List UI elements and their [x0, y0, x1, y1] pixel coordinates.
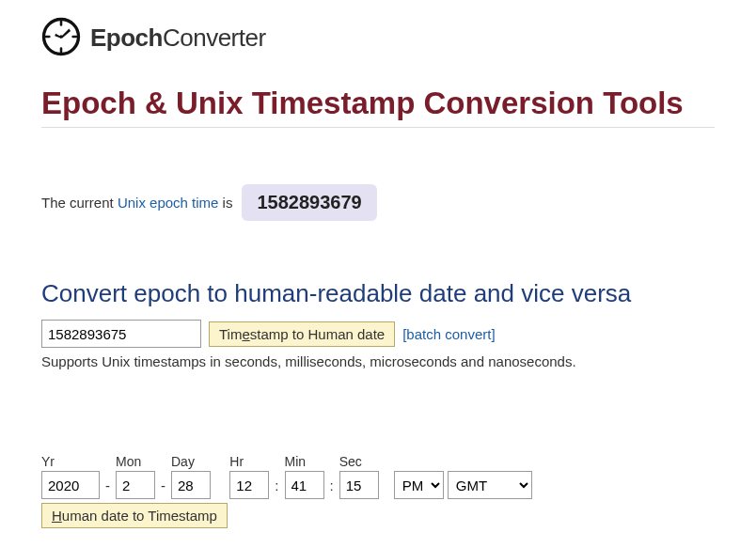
current-epoch-value: 1582893679	[242, 184, 376, 221]
unix-epoch-time-link[interactable]: Unix epoch time	[118, 195, 219, 211]
timestamp-input[interactable]	[41, 320, 201, 348]
label-minute: Min	[285, 454, 307, 469]
ampm-select[interactable]: PM	[394, 471, 444, 499]
sep-colon: :	[273, 478, 280, 493]
logo-bold: Epoch	[90, 23, 163, 52]
hour-input[interactable]	[229, 471, 269, 499]
label-second: Sec	[339, 454, 362, 469]
logo: EpochConverter	[41, 17, 715, 59]
label-hour: Hr	[229, 454, 244, 469]
page-title: Epoch & Unix Timestamp Conversion Tools	[41, 86, 715, 121]
epoch-to-human-row: Timestamp to Human date [batch convert]	[41, 320, 715, 348]
batch-convert-link[interactable]: [batch convert]	[402, 326, 495, 342]
logo-text: EpochConverter	[90, 23, 266, 53]
second-input[interactable]	[339, 471, 379, 499]
timestamp-hint: Supports Unix timestamps in seconds, mil…	[41, 353, 715, 369]
label-year: Yr	[41, 454, 55, 469]
minute-input[interactable]	[285, 471, 324, 499]
current-epoch-text: The current Unix epoch time is	[41, 195, 232, 211]
day-input[interactable]	[171, 471, 211, 499]
section-title-convert: Convert epoch to human-readable date and…	[41, 279, 715, 308]
human-to-timestamp-button[interactable]: Human date to Timestamp	[41, 503, 228, 528]
timestamp-to-human-button[interactable]: Timestamp to Human date	[209, 321, 395, 347]
sep-colon: :	[328, 478, 336, 493]
current-epoch-line: The current Unix epoch time is 158289367…	[41, 184, 715, 221]
divider	[41, 127, 715, 128]
sep-dash: -	[103, 478, 112, 493]
month-input[interactable]	[116, 471, 155, 499]
logo-light: Converter	[163, 23, 266, 52]
svg-point-7	[59, 35, 62, 38]
timezone-select[interactable]: GMT	[448, 471, 532, 499]
sep-dash: -	[159, 478, 167, 493]
label-month: Mon	[116, 454, 141, 469]
label-day: Day	[171, 454, 195, 469]
year-input[interactable]	[41, 471, 100, 499]
human-to-epoch-row: Yr - Mon - Day Hr : Min : Sec PM GMT Hum…	[41, 454, 715, 528]
clock-icon	[41, 17, 81, 59]
